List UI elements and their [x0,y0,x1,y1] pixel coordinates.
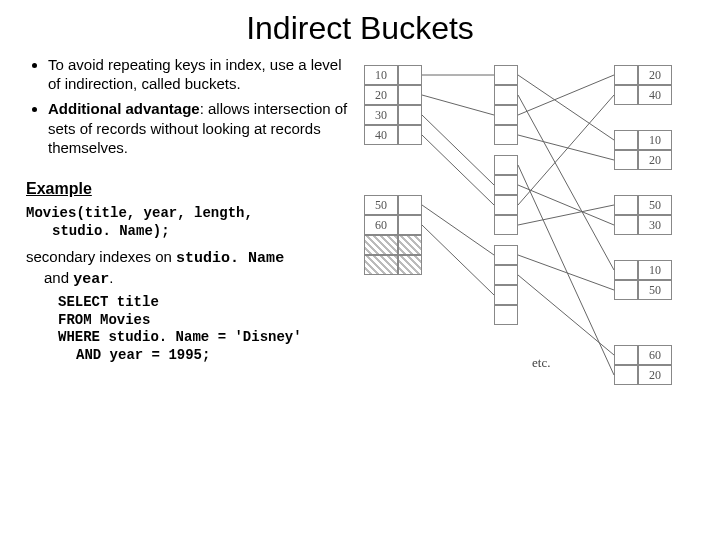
svg-line-3 [422,135,494,205]
bucket-slot [494,195,518,215]
index-key: 20 [364,85,398,105]
text: secondary indexes on [26,248,176,265]
record-val: 20 [638,65,672,85]
text-column: To avoid repeating keys in index, use a … [26,55,356,475]
index-key: 60 [364,215,398,235]
index-empty [398,235,422,255]
index-key: 10 [364,65,398,85]
secondary-index-text: secondary indexes on studio. Name and ye… [26,247,356,289]
svg-line-11 [518,185,614,225]
sql-line: FROM Movies [58,312,356,330]
bucket-slot [494,285,518,305]
record-ptr [614,85,638,105]
content-row: To avoid repeating keys in index, use a … [0,55,720,475]
svg-line-6 [518,75,614,140]
record-val: 10 [638,130,672,150]
svg-line-1 [422,95,494,115]
bullet-text: To avoid repeating keys in index, use a … [48,56,342,92]
index-ptr [398,85,422,105]
col-name: year [73,271,109,288]
text: and [26,269,73,286]
index-ptr [398,125,422,145]
record-val: 40 [638,85,672,105]
svg-line-14 [518,255,614,290]
diagram: 10 20 30 40 50 60 etc. 20 40 10 20 50 30… [364,55,694,475]
svg-line-10 [518,165,614,375]
record-val: 50 [638,280,672,300]
record-val: 20 [638,150,672,170]
index-empty [364,235,398,255]
bucket-slot [494,65,518,85]
index-ptr [398,105,422,125]
record-val: 10 [638,260,672,280]
record-ptr [614,215,638,235]
index-key: 30 [364,105,398,125]
record-ptr [614,150,638,170]
bucket-slot [494,85,518,105]
record-ptr [614,280,638,300]
record-ptr [614,345,638,365]
svg-line-4 [422,205,494,255]
code-line: Movies(title, year, length, [26,205,253,221]
svg-line-12 [518,95,614,205]
bucket-slot [494,215,518,235]
record-val: 20 [638,365,672,385]
example-heading: Example [26,179,356,199]
index-key: 50 [364,195,398,215]
record-ptr [614,65,638,85]
index-ptr [398,65,422,85]
sql-line: WHERE studio. Name = 'Disney' [58,329,356,347]
svg-line-9 [518,135,614,160]
record-ptr [614,130,638,150]
bucket-slot [494,265,518,285]
bucket-slot [494,125,518,145]
svg-line-5 [422,225,494,295]
record-val: 30 [638,215,672,235]
index-key: 40 [364,125,398,145]
svg-line-15 [518,275,614,355]
index-empty [398,255,422,275]
code-line: studio. Name); [26,223,356,241]
col-name: studio. Name [176,250,284,267]
svg-line-13 [518,205,614,225]
bullet-bold: Additional advantage [48,100,200,117]
index-ptr [398,195,422,215]
text: . [109,269,113,286]
bucket-slot [494,175,518,195]
record-ptr [614,260,638,280]
bucket-slot [494,305,518,325]
sql-line: SELECT title [58,294,356,312]
bucket-slot [494,155,518,175]
page-title: Indirect Buckets [0,0,720,55]
record-val: 50 [638,195,672,215]
bucket-slot [494,245,518,265]
svg-line-8 [518,75,614,115]
etc-label: etc. [532,355,550,371]
index-empty [364,255,398,275]
record-ptr [614,195,638,215]
index-ptr [398,215,422,235]
schema-code: Movies(title, year, length, studio. Name… [26,205,356,241]
record-ptr [614,365,638,385]
svg-line-2 [422,115,494,185]
record-val: 60 [638,345,672,365]
sql-block: SELECT title FROM Movies WHERE studio. N… [26,294,356,366]
sql-line: AND year = 1995; [58,347,356,365]
bullet-item: To avoid repeating keys in index, use a … [48,55,356,93]
bullet-list: To avoid repeating keys in index, use a … [26,55,356,157]
bucket-slot [494,105,518,125]
bullet-item: Additional advantage: allows intersectio… [48,99,356,157]
svg-line-7 [518,95,614,270]
